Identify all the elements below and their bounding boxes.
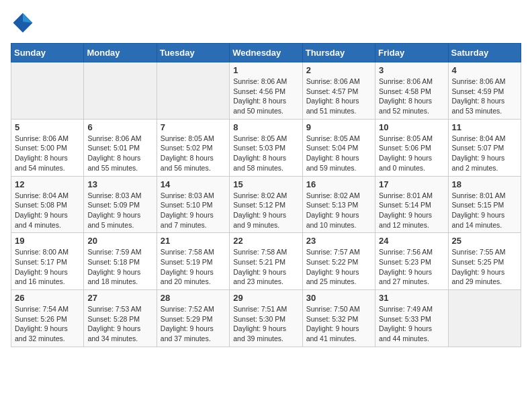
day-number: 3 (379, 65, 444, 75)
weekday-header: Thursday (302, 44, 375, 62)
day-number: 11 (452, 122, 517, 132)
day-number: 18 (452, 179, 517, 189)
calendar-cell: 28Sunrise: 7:52 AM Sunset: 5:29 PM Dayli… (157, 290, 229, 347)
calendar-cell: 23Sunrise: 7:57 AM Sunset: 5:22 PM Dayli… (302, 233, 375, 290)
weekday-header: Wednesday (230, 44, 302, 62)
calendar-cell: 17Sunrise: 8:01 AM Sunset: 5:14 PM Dayli… (375, 176, 448, 233)
calendar-cell: 22Sunrise: 7:58 AM Sunset: 5:21 PM Dayli… (230, 233, 302, 290)
day-number: 21 (161, 236, 226, 246)
calendar-cell: 10Sunrise: 8:05 AM Sunset: 5:06 PM Dayli… (375, 119, 448, 176)
day-info: Sunrise: 8:00 AM Sunset: 5:17 PM Dayligh… (15, 247, 80, 287)
day-info: Sunrise: 8:06 AM Sunset: 5:00 PM Dayligh… (15, 134, 80, 173)
day-number: 1 (233, 65, 298, 75)
calendar-cell (11, 62, 84, 120)
day-info: Sunrise: 7:56 AM Sunset: 5:23 PM Dayligh… (379, 247, 444, 287)
day-info: Sunrise: 7:53 AM Sunset: 5:28 PM Dayligh… (87, 304, 152, 344)
day-info: Sunrise: 7:57 AM Sunset: 5:22 PM Dayligh… (306, 247, 371, 287)
calendar-cell: 21Sunrise: 7:58 AM Sunset: 5:19 PM Dayli… (157, 233, 229, 290)
day-info: Sunrise: 7:54 AM Sunset: 5:26 PM Dayligh… (15, 304, 80, 344)
day-number: 4 (452, 65, 517, 75)
logo (11, 11, 38, 35)
day-info: Sunrise: 8:05 AM Sunset: 5:04 PM Dayligh… (306, 134, 371, 173)
day-info: Sunrise: 8:06 AM Sunset: 5:01 PM Dayligh… (87, 134, 152, 173)
day-number: 14 (161, 179, 226, 189)
calendar-cell: 18Sunrise: 8:01 AM Sunset: 5:15 PM Dayli… (448, 176, 521, 233)
logo-icon (11, 11, 35, 35)
day-info: Sunrise: 8:06 AM Sunset: 4:58 PM Dayligh… (379, 77, 444, 116)
day-number: 16 (306, 179, 371, 189)
calendar-cell: 26Sunrise: 7:54 AM Sunset: 5:26 PM Dayli… (11, 290, 84, 347)
day-number: 17 (379, 179, 444, 189)
svg-marker-1 (23, 13, 32, 23)
weekday-header: Tuesday (157, 44, 229, 62)
day-info: Sunrise: 8:05 AM Sunset: 5:02 PM Dayligh… (161, 134, 226, 173)
calendar-week-row: 19Sunrise: 8:00 AM Sunset: 5:17 PM Dayli… (11, 233, 521, 290)
day-info: Sunrise: 8:02 AM Sunset: 5:12 PM Dayligh… (233, 191, 298, 230)
calendar-header-row: SundayMondayTuesdayWednesdayThursdayFrid… (11, 44, 521, 62)
day-number: 20 (87, 236, 152, 246)
day-info: Sunrise: 8:06 AM Sunset: 4:56 PM Dayligh… (233, 77, 298, 116)
weekday-header: Sunday (11, 44, 84, 62)
day-number: 28 (161, 293, 226, 303)
calendar-cell (157, 62, 229, 120)
day-number: 7 (161, 122, 226, 132)
day-info: Sunrise: 7:55 AM Sunset: 5:25 PM Dayligh… (452, 247, 517, 287)
weekday-header: Saturday (448, 44, 521, 62)
calendar-cell: 13Sunrise: 8:03 AM Sunset: 5:09 PM Dayli… (84, 176, 157, 233)
calendar-cell: 4Sunrise: 8:06 AM Sunset: 4:59 PM Daylig… (448, 62, 521, 120)
day-number: 24 (379, 236, 444, 246)
calendar-cell: 6Sunrise: 8:06 AM Sunset: 5:01 PM Daylig… (84, 119, 157, 176)
day-info: Sunrise: 8:03 AM Sunset: 5:09 PM Dayligh… (87, 191, 152, 230)
calendar-cell: 7Sunrise: 8:05 AM Sunset: 5:02 PM Daylig… (157, 119, 229, 176)
calendar-cell: 1Sunrise: 8:06 AM Sunset: 4:56 PM Daylig… (230, 62, 302, 120)
day-info: Sunrise: 7:52 AM Sunset: 5:29 PM Dayligh… (161, 304, 226, 344)
day-info: Sunrise: 8:05 AM Sunset: 5:06 PM Dayligh… (379, 134, 444, 173)
calendar-cell: 27Sunrise: 7:53 AM Sunset: 5:28 PM Dayli… (84, 290, 157, 347)
calendar-cell: 31Sunrise: 7:49 AM Sunset: 5:33 PM Dayli… (375, 290, 448, 347)
day-info: Sunrise: 8:04 AM Sunset: 5:08 PM Dayligh… (15, 191, 80, 230)
day-number: 6 (87, 122, 152, 132)
day-number: 9 (306, 122, 371, 132)
calendar-cell: 15Sunrise: 8:02 AM Sunset: 5:12 PM Dayli… (230, 176, 302, 233)
day-info: Sunrise: 7:58 AM Sunset: 5:19 PM Dayligh… (161, 247, 226, 287)
day-info: Sunrise: 8:01 AM Sunset: 5:14 PM Dayligh… (379, 191, 444, 230)
day-number: 15 (233, 179, 298, 189)
calendar-week-row: 26Sunrise: 7:54 AM Sunset: 5:26 PM Dayli… (11, 290, 521, 347)
day-info: Sunrise: 7:51 AM Sunset: 5:30 PM Dayligh… (233, 304, 298, 344)
calendar-table: SundayMondayTuesdayWednesdayThursdayFrid… (11, 43, 521, 347)
weekday-header: Monday (84, 44, 157, 62)
day-info: Sunrise: 8:05 AM Sunset: 5:03 PM Dayligh… (233, 134, 298, 173)
day-number: 31 (379, 293, 444, 303)
day-number: 19 (15, 236, 80, 246)
day-info: Sunrise: 8:02 AM Sunset: 5:13 PM Dayligh… (306, 191, 371, 230)
calendar-cell: 29Sunrise: 7:51 AM Sunset: 5:30 PM Dayli… (230, 290, 302, 347)
calendar-cell: 25Sunrise: 7:55 AM Sunset: 5:25 PM Dayli… (448, 233, 521, 290)
day-info: Sunrise: 8:04 AM Sunset: 5:07 PM Dayligh… (452, 134, 517, 173)
calendar-cell (84, 62, 157, 120)
day-info: Sunrise: 8:06 AM Sunset: 4:59 PM Dayligh… (452, 77, 517, 116)
day-info: Sunrise: 7:49 AM Sunset: 5:33 PM Dayligh… (379, 304, 444, 344)
calendar-week-row: 5Sunrise: 8:06 AM Sunset: 5:00 PM Daylig… (11, 119, 521, 176)
day-number: 22 (233, 236, 298, 246)
calendar-week-row: 12Sunrise: 8:04 AM Sunset: 5:08 PM Dayli… (11, 176, 521, 233)
calendar-cell: 16Sunrise: 8:02 AM Sunset: 5:13 PM Dayli… (302, 176, 375, 233)
calendar-cell: 30Sunrise: 7:50 AM Sunset: 5:32 PM Dayli… (302, 290, 375, 347)
calendar-cell: 12Sunrise: 8:04 AM Sunset: 5:08 PM Dayli… (11, 176, 84, 233)
day-number: 5 (15, 122, 80, 132)
calendar-cell: 8Sunrise: 8:05 AM Sunset: 5:03 PM Daylig… (230, 119, 302, 176)
day-number: 30 (306, 293, 371, 303)
calendar-cell: 19Sunrise: 8:00 AM Sunset: 5:17 PM Dayli… (11, 233, 84, 290)
calendar-cell: 11Sunrise: 8:04 AM Sunset: 5:07 PM Dayli… (448, 119, 521, 176)
day-number: 26 (15, 293, 80, 303)
day-number: 27 (87, 293, 152, 303)
calendar-cell: 14Sunrise: 8:03 AM Sunset: 5:10 PM Dayli… (157, 176, 229, 233)
day-number: 2 (306, 65, 371, 75)
calendar-cell: 9Sunrise: 8:05 AM Sunset: 5:04 PM Daylig… (302, 119, 375, 176)
calendar-cell: 5Sunrise: 8:06 AM Sunset: 5:00 PM Daylig… (11, 119, 84, 176)
day-info: Sunrise: 7:59 AM Sunset: 5:18 PM Dayligh… (87, 247, 152, 287)
calendar-cell: 2Sunrise: 8:06 AM Sunset: 4:57 PM Daylig… (302, 62, 375, 120)
calendar-cell (448, 290, 521, 347)
day-number: 12 (15, 179, 80, 189)
day-info: Sunrise: 7:58 AM Sunset: 5:21 PM Dayligh… (233, 247, 298, 287)
day-number: 29 (233, 293, 298, 303)
